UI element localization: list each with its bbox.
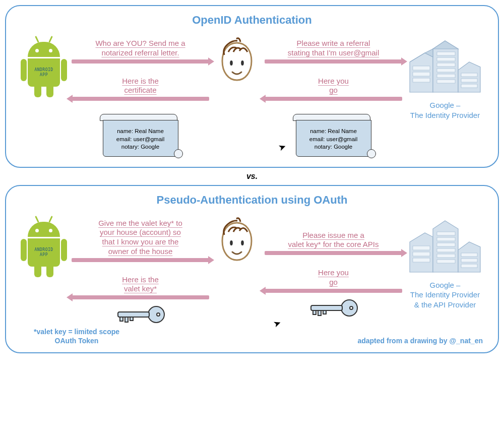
- svg-rect-24: [130, 317, 133, 321]
- arrow-label: Give me the valet key* to your house (ac…: [72, 219, 209, 257]
- svg-rect-12: [437, 63, 455, 67]
- certificate-scroll-icon: name: Real Name email: user@gmail notary…: [103, 114, 178, 157]
- buildings-icon: [405, 217, 485, 279]
- svg-rect-15: [437, 80, 455, 83]
- svg-rect-45: [461, 253, 477, 257]
- panel-title-oauth: Pseudo-Authentication using OAuth: [16, 194, 488, 207]
- svg-rect-32: [323, 310, 326, 314]
- cert-line: name: Real Name: [300, 128, 367, 136]
- svg-point-26: [241, 240, 244, 245]
- arrow-label: Here is the valet key*: [72, 275, 209, 294]
- arrow-right-icon: [72, 59, 209, 64]
- svg-rect-10: [437, 52, 455, 55]
- svg-rect-38: [413, 258, 430, 262]
- certificate-scroll-icon: name: Real Name email: user@gmail notary…: [296, 114, 371, 157]
- svg-rect-40: [437, 237, 455, 241]
- android-label: anDroiD app: [34, 68, 53, 77]
- arrow-label: Here you go: [265, 268, 402, 287]
- cert-line: notary: Google: [300, 143, 367, 151]
- user-face-icon: [214, 37, 260, 89]
- svg-rect-47: [461, 264, 477, 268]
- android-label: anDroiD app: [34, 247, 53, 257]
- svg-rect-39: [437, 232, 455, 235]
- svg-rect-18: [461, 84, 477, 88]
- svg-point-1: [241, 60, 244, 66]
- svg-rect-13: [437, 69, 455, 72]
- svg-rect-8: [413, 72, 430, 76]
- idp-label: Google – The Identity Provider: [410, 100, 480, 120]
- user-face-icon: [214, 217, 260, 269]
- android-app-icon: anDroiD app: [22, 37, 66, 102]
- arrow-label: Who are YOU? Send me a notarized referra…: [72, 39, 209, 58]
- svg-point-20: [157, 313, 160, 316]
- svg-rect-43: [437, 254, 455, 258]
- arrow-label: Here is the certificate: [72, 77, 209, 96]
- panel-title-openid: OpenID Authentication: [16, 14, 488, 27]
- svg-rect-17: [461, 79, 477, 82]
- arrow-label: Here you go: [265, 77, 402, 96]
- arrow-label: Please issue me a valet key* for the cor…: [265, 231, 402, 250]
- footnote-attribution: adapted from a drawing by @_nat_en: [357, 336, 483, 345]
- svg-rect-37: [413, 252, 430, 256]
- arrow-right-icon: [265, 59, 402, 64]
- cert-line: email: user@gmail: [300, 136, 367, 144]
- svg-rect-21: [118, 312, 149, 317]
- arrow-left-icon: [72, 97, 209, 101]
- svg-rect-41: [437, 243, 455, 246]
- panel-openid: OpenID Authentication anDroiD app Who ar…: [5, 5, 499, 168]
- valet-key-icon: [72, 303, 209, 326]
- arrow-right-icon: [265, 251, 402, 255]
- svg-rect-23: [125, 317, 128, 322]
- cert-line: notary: Google: [107, 143, 174, 151]
- svg-rect-7: [413, 66, 430, 70]
- arrow-label: Please write a referral stating that I'm…: [265, 39, 402, 58]
- svg-rect-29: [311, 305, 342, 310]
- svg-rect-16: [461, 73, 477, 77]
- svg-rect-30: [313, 310, 316, 315]
- vs-label: vs.: [5, 172, 499, 181]
- idp-label: Google – The Identity Provider & the API…: [410, 280, 480, 310]
- svg-rect-31: [318, 310, 321, 316]
- svg-rect-22: [120, 317, 123, 321]
- svg-rect-9: [413, 78, 430, 82]
- valet-key-icon: [265, 297, 402, 320]
- svg-point-25: [230, 240, 233, 245]
- arrow-left-icon: [265, 97, 402, 101]
- svg-rect-36: [413, 246, 430, 250]
- panel-oauth: Pseudo-Authentication using OAuth anDroi…: [5, 185, 499, 354]
- cert-line: name: Real Name: [107, 128, 174, 136]
- arrow-left-icon: [265, 289, 402, 293]
- svg-rect-46: [461, 259, 477, 262]
- svg-rect-44: [437, 260, 455, 263]
- android-app-icon: anDroiD app: [22, 217, 66, 282]
- arrow-right-icon: [72, 258, 209, 262]
- svg-marker-6: [433, 41, 458, 49]
- svg-point-28: [350, 306, 353, 309]
- svg-rect-42: [437, 248, 455, 252]
- arrow-left-icon: [72, 295, 209, 299]
- footnote-valet-key: *valet key = limited scope OAuth Token: [21, 327, 132, 345]
- cert-line: email: user@gmail: [107, 136, 174, 144]
- svg-rect-14: [437, 74, 455, 78]
- buildings-icon: [405, 37, 485, 99]
- svg-rect-11: [437, 57, 455, 61]
- svg-point-0: [230, 60, 233, 66]
